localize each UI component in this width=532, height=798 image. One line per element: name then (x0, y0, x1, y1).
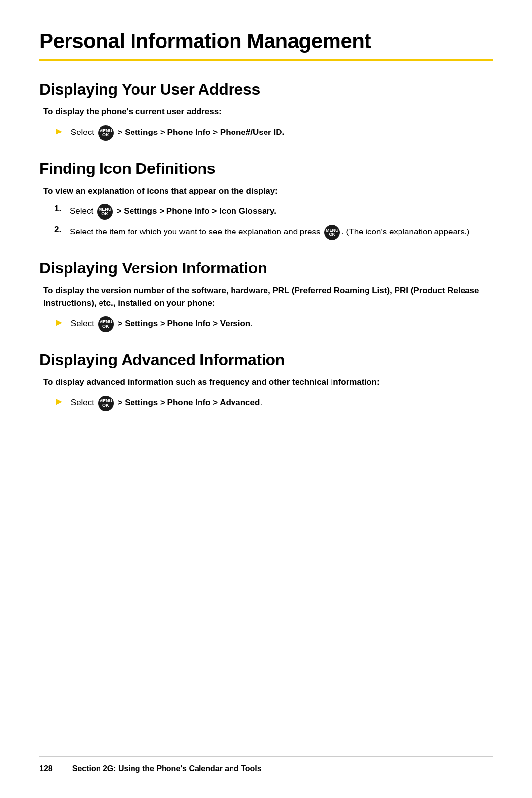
section-version-info: Displaying Version Information To displa… (39, 259, 493, 332)
section-title-version-info: Displaying Version Information (39, 259, 493, 277)
section-desc-icon-definitions: To view an explanation of icons that app… (43, 185, 493, 198)
section-desc-advanced-info: To display advanced information such as … (43, 376, 493, 389)
bullet-text-version: Select MENUOK > Settings > Phone Info > … (71, 316, 253, 332)
numbered-item-1: 1. Select MENUOK > Settings > Phone Info… (54, 204, 493, 220)
item-text-2: Select the item for which you want to se… (70, 225, 469, 240)
page-container: Personal Information Management Displayi… (0, 0, 532, 469)
section-advanced-info: Displaying Advanced Information To displ… (39, 351, 493, 411)
menu-ok-icon-2: MENUOK (97, 204, 113, 220)
footer-page-number: 128 (39, 765, 53, 773)
menu-ok-icon: MENUOK (98, 125, 114, 141)
bullet-text: Select MENUOK > Settings > Phone Info > … (71, 125, 284, 141)
menu-ok-icon-5: MENUOK (98, 396, 114, 411)
section-user-address: Displaying Your User Address To display … (39, 80, 493, 141)
item-number-1: 1. (54, 204, 65, 214)
item-text-1: Select MENUOK > Settings > Phone Info > … (70, 204, 276, 220)
bullet-arrow-version-icon: ► (54, 317, 64, 328)
footer-section-text: Section 2G: Using the Phone's Calendar a… (72, 765, 262, 773)
bullet-item-version: ► Select MENUOK > Settings > Phone Info … (54, 316, 493, 332)
section-desc-user-address: To display the phone's current user addr… (43, 105, 493, 118)
section-title-user-address: Displaying Your User Address (39, 80, 493, 99)
title-underline (39, 59, 493, 61)
menu-ok-icon-4: MENUOK (98, 316, 114, 332)
bullet-arrow-advanced-icon: ► (54, 396, 64, 407)
bullet-item-advanced: ► Select MENUOK > Settings > Phone Info … (54, 396, 493, 411)
section-title-advanced-info: Displaying Advanced Information (39, 351, 493, 369)
footer: 128 Section 2G: Using the Phone's Calend… (39, 756, 493, 773)
bullet-arrow-icon: ► (54, 126, 64, 137)
section-title-icon-definitions: Finding Icon Definitions (39, 160, 493, 178)
menu-ok-icon-3: MENUOK (324, 225, 340, 240)
numbered-list-icon-definitions: 1. Select MENUOK > Settings > Phone Info… (54, 204, 493, 240)
section-desc-version-info: To display the version number of the sof… (43, 284, 493, 309)
numbered-item-2: 2. Select the item for which you want to… (54, 225, 493, 240)
item-number-2: 2. (54, 225, 65, 234)
bullet-text-advanced: Select MENUOK > Settings > Phone Info > … (71, 396, 262, 411)
bullet-item: ► Select MENUOK > Settings > Phone Info … (54, 125, 493, 141)
page-title: Personal Information Management (39, 30, 493, 53)
section-icon-definitions: Finding Icon Definitions To view an expl… (39, 160, 493, 241)
